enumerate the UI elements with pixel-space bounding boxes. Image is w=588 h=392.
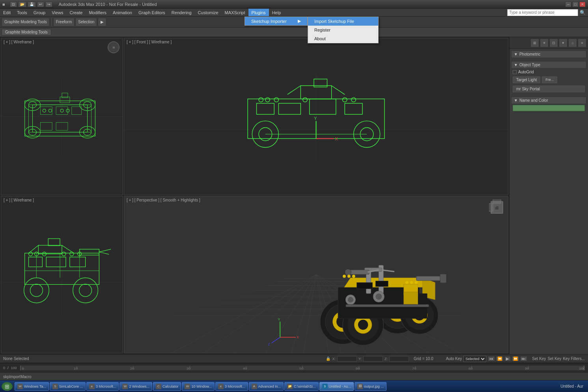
grid-label: Grid = 10.0 xyxy=(414,357,433,361)
viewport-top-left[interactable]: [ + ] [ Wireframe ] xyxy=(1,38,123,195)
title-bar: ■ ⊡ 📂 💾 ↩ ↪ Autodesk 3ds Max 2010 - Not … xyxy=(0,0,588,9)
sky-portal-btn[interactable]: mr Sky Portal xyxy=(513,86,585,92)
svg-text:X: X xyxy=(297,335,299,339)
quick-access-new[interactable]: ⊡ xyxy=(10,2,17,7)
rp-btn-2[interactable]: ☀ xyxy=(540,39,549,47)
svg-rect-156 xyxy=(489,203,493,211)
taskbar-simlab[interactable]: S SimLabCore ... xyxy=(50,382,86,391)
taskbar-simlab-folder[interactable]: 📁 C:\simlab\Si... xyxy=(284,382,319,391)
start-button[interactable]: ⊞ xyxy=(2,382,13,391)
svg-point-138 xyxy=(415,281,418,284)
taskbar-windows-ta[interactable]: W Windows Ta... xyxy=(15,382,49,391)
play-start-btn[interactable]: ⏪ xyxy=(496,356,504,361)
search-icon[interactable]: 🔍 xyxy=(580,10,586,15)
play-next-btn[interactable]: ⏩ xyxy=(511,356,519,361)
minimize-button[interactable]: ─ xyxy=(565,2,571,7)
viewport-bottom-left[interactable]: [ + ] [ Wireframe ] xyxy=(1,196,123,353)
quick-access-open[interactable]: 📂 xyxy=(18,2,26,7)
menu-graph-editors[interactable]: Graph Editors xyxy=(135,9,168,16)
right-panel: ⊞ ☀ ⊡ ✦ ⌂ ≡ ▼ Photometric ▼ Object Type xyxy=(509,37,588,354)
menu-tools[interactable]: Tools xyxy=(14,9,30,16)
menu-views[interactable]: Views xyxy=(49,9,66,16)
x-input[interactable] xyxy=(337,356,357,362)
svg-text:⬛: ⬛ xyxy=(495,206,499,210)
rp-btn-4[interactable]: ✦ xyxy=(559,39,567,47)
toolbar-extra[interactable]: ▶ xyxy=(98,18,106,26)
rp-btn-1[interactable]: ⊞ xyxy=(530,39,539,47)
toolbar-selection[interactable]: Selection xyxy=(75,18,97,26)
menu-group[interactable]: Group xyxy=(30,9,49,16)
taskbar-windows-2[interactable]: W 2 Windows... xyxy=(119,382,152,391)
submenu-about[interactable]: About xyxy=(308,34,378,43)
z-input[interactable] xyxy=(389,356,409,362)
submenu-import-sketchup[interactable]: Import Sketchup File xyxy=(308,17,378,26)
menu-maxscript[interactable]: MAXScript xyxy=(222,9,248,16)
svg-text:60: 60 xyxy=(355,366,360,370)
svg-point-131 xyxy=(345,269,351,275)
dropdown-sketchup-importer[interactable]: Sketchup Importer ▶ xyxy=(245,17,307,25)
menu-edit[interactable]: Edit xyxy=(0,9,14,16)
svg-text:0: 0 xyxy=(22,366,24,370)
viewport-top-right[interactable]: [ + ] [ Front ] [ Wireframe ] xyxy=(124,38,508,195)
name-color-section: ▼ Name and Color xyxy=(511,97,586,111)
name-color-strip[interactable] xyxy=(513,105,585,111)
main-area: [ + ] [ Wireframe ] xyxy=(0,37,588,354)
photometric-header[interactable]: ▼ Photometric xyxy=(511,50,586,58)
play-btn[interactable]: ▶ xyxy=(504,356,511,361)
taskbar-windows-10[interactable]: W 10 Window... xyxy=(182,382,215,391)
rp-btn-3[interactable]: ⊡ xyxy=(549,39,558,47)
svg-text:20: 20 xyxy=(130,366,134,370)
menu-create[interactable]: Create xyxy=(66,9,86,16)
viewport-top-left-nav[interactable]: ⊕ xyxy=(108,41,119,53)
menu-plugins[interactable]: Plugins xyxy=(248,9,269,16)
rp-btn-6[interactable]: ≡ xyxy=(578,39,586,47)
svg-text:80: 80 xyxy=(469,366,473,370)
free-light-btn[interactable]: Fre... xyxy=(542,77,557,83)
modeling-tab-graphite[interactable]: Graphite Modeling Tools xyxy=(2,29,51,35)
timeline-track[interactable]: 0 10 20 30 40 50 60 70 80 90 1 xyxy=(20,366,585,370)
search-bar[interactable] xyxy=(507,9,578,16)
close-button[interactable]: ✕ xyxy=(579,2,586,7)
quick-access-redo[interactable]: ↪ xyxy=(45,2,52,7)
toolbar-sep-1 xyxy=(51,18,52,26)
taskbar-microsoft-2[interactable]: e 3 Microsoft... xyxy=(215,382,248,391)
name-color-header[interactable]: ▼ Name and Color xyxy=(511,97,586,104)
object-type-section: ▼ Object Type AutoGrid Target Light Fre.… xyxy=(511,61,586,93)
menu-rendering[interactable]: Rendering xyxy=(168,9,195,16)
title-bar-controls: ─ □ ✕ xyxy=(565,2,586,7)
y-input[interactable] xyxy=(363,356,383,362)
taskbar-3dsmax[interactable]: 3 Untitled - Au... xyxy=(319,382,354,391)
autogrid-checkbox[interactable] xyxy=(513,70,517,74)
play-prev-btn[interactable]: ⏮ xyxy=(488,356,495,361)
toolbar-graphite[interactable]: Graphite Modeling Tools xyxy=(2,18,50,26)
taskbar-microsoft-1[interactable]: e 3 Microsoft... xyxy=(86,382,119,391)
viewport-area: [ + ] [ Wireframe ] xyxy=(0,37,509,354)
rp-btn-5[interactable]: ⌂ xyxy=(568,39,577,47)
play-end-btn[interactable]: ⏭ xyxy=(520,356,527,361)
title-bar-title: Autodesk 3ds Max 2010 - Not For Resale -… xyxy=(59,2,157,7)
output-icon: 🖼 xyxy=(357,384,363,389)
taskbar: ⊞ W Windows Ta... S SimLabCore ... e 3 M… xyxy=(0,380,588,392)
collapse-icon-3: ▼ xyxy=(514,98,518,103)
taskbar-advanced[interactable]: A Advanced In... xyxy=(249,382,284,391)
menu-help[interactable]: Help xyxy=(269,9,284,16)
viewport-perspective[interactable]: [ + ] [ Perspective ] [ Smooth + Highlig… xyxy=(124,196,508,353)
taskbar-calculator[interactable]: C Calculator xyxy=(153,382,181,391)
viewport-nav-cube[interactable]: ⬛ xyxy=(489,200,505,215)
quick-access-save[interactable]: 💾 xyxy=(28,2,36,7)
target-light-btn[interactable]: Target Light xyxy=(513,77,540,83)
menu-modifiers[interactable]: Modifiers xyxy=(86,9,110,16)
svg-point-140 xyxy=(347,275,351,278)
z-label: Z: xyxy=(385,357,388,361)
calc-icon: C xyxy=(156,384,161,389)
quick-access-undo[interactable]: ↩ xyxy=(37,2,44,7)
auto-key-select[interactable]: Selected xyxy=(463,356,486,362)
object-type-header[interactable]: ▼ Object Type xyxy=(511,61,586,69)
toolbar-freeform[interactable]: Freeform xyxy=(53,18,75,26)
menu-customize[interactable]: Customize xyxy=(195,9,222,16)
taskbar-output[interactable]: 🖼 output.jpg ... xyxy=(355,382,386,391)
coord-bar: 🔒 X: Y: Z: Grid = 10.0 xyxy=(326,356,433,362)
maximize-button[interactable]: □ xyxy=(572,2,579,7)
menu-animation[interactable]: Animation xyxy=(110,9,135,16)
submenu-register[interactable]: Register xyxy=(308,26,378,34)
